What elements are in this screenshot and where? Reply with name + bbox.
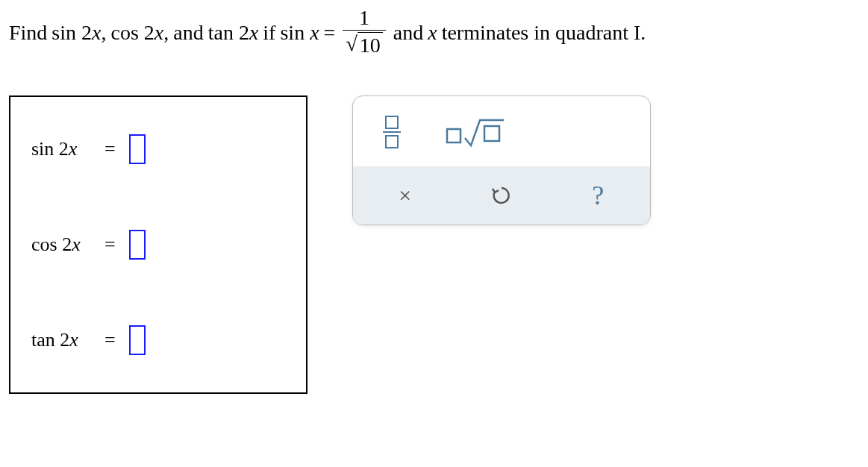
- given-lhs: sin x: [280, 21, 319, 45]
- answer-label: tan 2x: [31, 329, 91, 351]
- term-tan2x: tan 2x: [208, 21, 259, 45]
- sqrt-radicand: 10: [357, 32, 383, 58]
- question-text: Find sin 2x, cos 2x, and tan 2x if sin x…: [9, 7, 859, 58]
- toolbar-action-row: × ?: [353, 166, 650, 225]
- sqrt-tool-button[interactable]: [438, 111, 514, 153]
- suffix-var: x: [428, 21, 437, 45]
- answer-row-cos: cos 2x =: [31, 230, 285, 260]
- given-fraction: 1 √ 10: [343, 7, 385, 58]
- clear-button[interactable]: ×: [360, 175, 449, 216]
- fraction-icon: [383, 116, 401, 148]
- svg-rect-1: [484, 126, 499, 141]
- suffix-text: terminates in quadrant I.: [442, 21, 646, 45]
- fraction-numerator: 1: [356, 7, 372, 30]
- answer-label: sin 2x: [31, 138, 91, 160]
- undo-button[interactable]: [457, 175, 546, 216]
- equals-sign: =: [104, 234, 116, 256]
- equals-sign: =: [324, 21, 336, 45]
- question-prefix: Find: [9, 21, 47, 45]
- sqrt-icon: [446, 116, 507, 148]
- radical-icon: √: [346, 34, 357, 54]
- answer-input-sin2x[interactable]: [129, 134, 146, 164]
- connector-and: and: [173, 21, 203, 45]
- equals-sign: =: [104, 329, 116, 351]
- if-text: if: [263, 21, 275, 45]
- suffix-and: and: [393, 21, 423, 45]
- fraction-tool-button[interactable]: [375, 111, 408, 153]
- help-button[interactable]: ?: [554, 175, 643, 216]
- term-cos2x: cos 2x,: [110, 21, 169, 45]
- undo-icon: [490, 184, 513, 207]
- answer-label: cos 2x: [31, 234, 91, 256]
- answer-row-sin: sin 2x =: [31, 134, 285, 164]
- svg-rect-0: [447, 129, 460, 142]
- answer-input-cos2x[interactable]: [129, 230, 146, 260]
- answer-panel: sin 2x = cos 2x = tan 2x =: [9, 95, 307, 394]
- answer-input-tan2x[interactable]: [129, 325, 146, 355]
- fraction-denominator: √ 10: [343, 30, 385, 58]
- equals-sign: =: [104, 138, 116, 160]
- help-icon: ?: [592, 180, 604, 211]
- answer-row-tan: tan 2x =: [31, 325, 285, 355]
- close-icon: ×: [399, 183, 411, 208]
- math-toolbar: × ?: [352, 95, 651, 225]
- toolbar-insert-row: [353, 96, 650, 166]
- sqrt-expression: √ 10: [346, 32, 382, 58]
- term-sin2x: sin 2x,: [51, 21, 106, 45]
